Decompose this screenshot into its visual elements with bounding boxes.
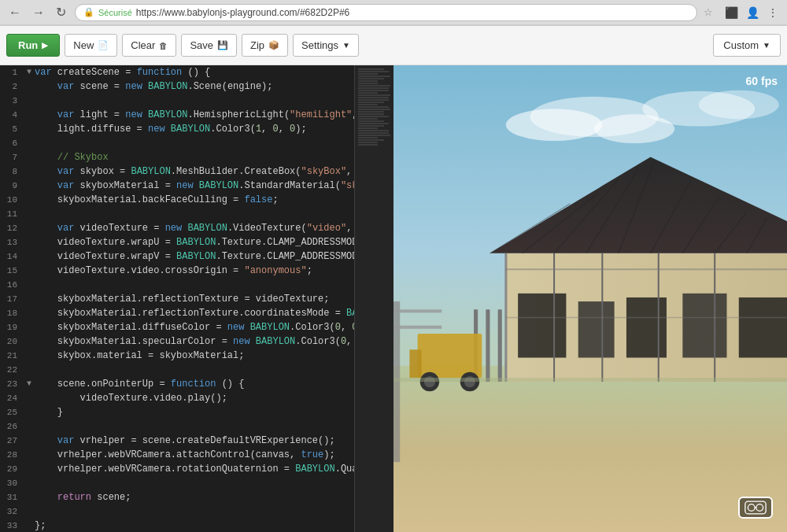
vr-button[interactable] [738,497,773,519]
table-row: 8 var skybox = BABYLON.MeshBuilder.Creat… [0,164,394,179]
table-row: 10 skyboxMaterial.backFaceCulling = fals… [0,193,394,207]
table-row: 2 var scene = new BABYLON.Scene(engine); [0,79,394,94]
zip-button[interactable]: Zip 📦 [242,34,288,57]
browser-action-buttons: ⬛ 👤 ⋮ [722,6,781,19]
preview-panel: 60 fps [394,65,787,532]
table-row: 12 var videoTexture = new BABYLON.VideoT… [0,221,394,235]
svg-rect-1 [394,366,787,532]
table-row: 19 skyboxMaterial.diffuseColor = new BAB… [0,320,394,334]
lock-icon: 🔒 [83,7,94,17]
custom-button[interactable]: Custom ▼ [713,34,781,57]
new-button[interactable]: New 📄 [65,34,117,57]
table-row: 31 return scene; [0,490,394,504]
svg-rect-32 [409,349,421,378]
code-editor[interactable]: 1 ▼ var createScene = function () { 2 va… [0,65,394,532]
code-area: 1 ▼ var createScene = function () { 2 va… [0,65,394,532]
table-row: 22 [0,363,394,377]
extensions-button[interactable]: ⬛ [722,6,741,19]
save-button[interactable]: Save 💾 [181,34,237,57]
browser-toolbar: ← → ↻ 🔒 Sécurisé https://www.babylonjs-p… [0,0,787,25]
table-row: 21 skybox.material = skyboxMaterial; [0,349,394,363]
svg-rect-22 [486,309,490,382]
table-row: 28 vrhelper.webVRCamera.attachControl(ca… [0,448,394,462]
browser-chrome: ← → ↻ 🔒 Sécurisé https://www.babylonjs-p… [0,0,787,26]
table-row: 9 var skyboxMaterial = new BABYLON.Stand… [0,179,394,193]
table-row: 13 videoTexture.wrapU = BABYLON.Texture.… [0,235,394,249]
code-scroll[interactable]: 1 ▼ var createScene = function () { 2 va… [0,65,394,532]
app-toolbar: Run ▶ New 📄 Clear 🗑 Save 💾 Zip 📦 Setting… [0,26,787,65]
table-row: 16 [0,278,394,292]
table-row: 4 var light = new BABYLON.HemisphericLig… [0,108,394,122]
table-row: 11 [0,207,394,221]
url-bar[interactable]: 🔒 Sécurisé https://www.babylonjs-playgro… [75,4,697,21]
svg-rect-37 [394,378,787,382]
svg-rect-3 [394,309,442,312]
table-row: 27 var vrhelper = scene.createDefaultVRE… [0,434,394,448]
table-row: 20 skyboxMaterial.specularColor = new BA… [0,334,394,349]
svg-point-44 [748,504,755,512]
table-row: 29 vrhelper.webVRCamera.rotationQuaterni… [0,462,394,476]
table-row: 15 videoTexture.video.crossOrigin = "ano… [0,264,394,278]
settings-button[interactable]: Settings ▼ [293,34,359,57]
table-row: 14 videoTexture.wrapV = BABYLON.Texture.… [0,249,394,264]
table-row: 17 skyboxMaterial.reflectionTexture = vi… [0,292,394,306]
scene-svg [394,65,787,532]
run-button[interactable]: Run ▶ [6,34,60,57]
new-icon: 📄 [98,40,109,50]
table-row: 24 videoTexture.video.play(); [0,391,394,405]
svg-rect-19 [682,294,726,358]
code-minimap [354,65,394,532]
custom-arrow-icon: ▼ [763,41,770,50]
svg-rect-23 [498,309,502,382]
table-row: 3 [0,94,394,108]
preview-scene: 60 fps [394,65,787,532]
forward-button[interactable]: → [30,6,47,20]
svg-point-45 [756,504,763,512]
table-row: 30 [0,476,394,490]
fold-arrow-1[interactable]: ▼ [24,65,35,79]
table-row: 32 [0,504,394,519]
code-editor-container: 1 ▼ var createScene = function () { 2 va… [0,65,394,532]
profile-button[interactable]: 👤 [744,6,762,19]
svg-point-42 [699,91,779,120]
table-row: 26 [0,419,394,434]
table-row: 23 ▼ scene.onPointerUp = function () { [0,377,394,391]
clear-icon: 🗑 [159,41,168,50]
svg-rect-31 [418,334,482,378]
menu-button[interactable]: ⋮ [765,6,781,19]
secure-label: Sécurisé [98,8,132,17]
save-label: Save [190,39,213,51]
settings-label: Settings [301,39,338,51]
clear-label: Clear [131,39,155,51]
clear-button[interactable]: Clear 🗑 [122,34,176,57]
save-icon: 💾 [217,40,228,50]
table-row: 1 ▼ var createScene = function () { [0,65,394,79]
svg-rect-17 [578,301,615,357]
zip-label: Zip [250,39,264,51]
play-icon: ▶ [42,41,48,50]
table-row: 18 skyboxMaterial.reflectionTexture.coor… [0,306,394,320]
bookmark-icon[interactable]: ☆ [704,6,713,18]
refresh-button[interactable]: ↻ [54,5,68,20]
url-text: https://www.babylonjs-playground.com/#68… [136,7,350,18]
new-label: New [73,39,94,51]
fold-arrow-23[interactable]: ▼ [24,377,35,391]
main-content: 1 ▼ var createScene = function () { 2 va… [0,65,787,532]
svg-rect-16 [518,294,566,358]
table-row: 7 // Skybox [0,150,394,164]
settings-arrow-icon: ▼ [342,41,350,50]
run-label: Run [18,39,38,51]
fps-counter: 60 fps [746,75,778,87]
svg-rect-18 [626,297,667,358]
svg-rect-20 [739,297,787,358]
zip-icon: 📦 [268,40,279,50]
svg-rect-4 [394,326,442,329]
table-row: 5 light.diffuse = new BABYLON.Color3(1, … [0,122,394,136]
table-row: 33 }; [0,519,394,532]
custom-label: Custom [723,39,759,51]
table-row: 25 } [0,405,394,419]
vr-icon [738,497,773,519]
back-button[interactable]: ← [6,6,24,20]
table-row: 6 [0,136,394,150]
